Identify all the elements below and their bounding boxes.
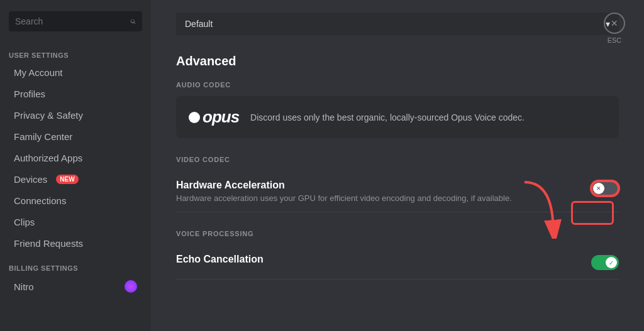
toggle-knob xyxy=(606,257,617,268)
search-bar[interactable] xyxy=(9,11,142,31)
dropdown-value: Default xyxy=(185,19,213,29)
sidebar-item-label: Authorized Apps xyxy=(14,153,82,163)
voice-processing-label: VOICE PROCESSING xyxy=(176,230,619,237)
new-badge: NEW xyxy=(56,175,78,184)
hardware-acceleration-row: Hardware Acceleration Hardware accelerat… xyxy=(176,171,619,212)
search-input[interactable] xyxy=(15,16,125,26)
sidebar-item-label: Nitro xyxy=(14,281,34,292)
page-title: Advanced xyxy=(176,54,619,68)
sidebar-item-label: My Account xyxy=(14,67,63,78)
sidebar-item-profiles[interactable]: Profiles xyxy=(5,84,146,104)
main-content: ✕ ESC Default ▾ Advanced AUDIO CODEC opu… xyxy=(151,0,644,331)
user-settings-label: USER SETTINGS xyxy=(0,41,151,62)
hardware-acceleration-desc: Hardware acceleration uses your GPU for … xyxy=(176,193,512,203)
video-codec-label: VIDEO CODEC xyxy=(176,156,619,163)
sidebar-item-label: Family Center xyxy=(14,131,72,142)
sidebar-item-devices[interactable]: Devices NEW xyxy=(5,169,146,190)
billing-settings-label: BILLING SETTINGS xyxy=(0,254,151,274)
nitro-icon xyxy=(125,280,137,293)
sidebar-item-label: Connections xyxy=(14,195,66,206)
sidebar-item-family-center[interactable]: Family Center xyxy=(5,126,146,147)
esc-label: ESC xyxy=(608,36,622,44)
esc-button[interactable]: ✕ ESC xyxy=(604,13,625,44)
hardware-acceleration-toggle[interactable] xyxy=(591,181,619,196)
sidebar-item-clips[interactable]: Clips xyxy=(5,212,146,232)
sidebar-item-label: Devices xyxy=(14,174,47,185)
esc-symbol: ✕ xyxy=(611,18,618,28)
sidebar-item-nitro[interactable]: Nitro xyxy=(5,275,146,298)
sidebar-item-privacy-safety[interactable]: Privacy & Safety xyxy=(5,105,146,126)
hardware-acceleration-name: Hardware Acceleration xyxy=(176,180,512,191)
hardware-acceleration-info: Hardware Acceleration Hardware accelerat… xyxy=(176,180,512,203)
sidebar-item-label: Clips xyxy=(14,217,35,227)
echo-cancellation-info: Echo Cancellation xyxy=(176,254,264,268)
sidebar-item-label: Privacy & Safety xyxy=(14,110,83,121)
esc-circle: ✕ xyxy=(604,13,625,34)
echo-cancellation-toggle[interactable] xyxy=(591,255,619,270)
sidebar-item-label: Profiles xyxy=(14,89,45,99)
toggle-knob xyxy=(593,183,604,194)
echo-cancellation-row: Echo Cancellation xyxy=(176,245,619,279)
sidebar-item-connections[interactable]: Connections xyxy=(5,190,146,211)
search-icon xyxy=(130,16,136,26)
default-dropdown[interactable]: Default ▾ xyxy=(176,13,619,35)
sidebar-item-my-account[interactable]: My Account xyxy=(5,62,146,83)
sidebar: USER SETTINGS My Account Profiles Privac… xyxy=(0,0,151,331)
sidebar-item-label: Friend Requests xyxy=(14,238,83,249)
echo-cancellation-name: Echo Cancellation xyxy=(176,254,264,265)
codec-description: Discord uses only the best organic, loca… xyxy=(250,112,525,122)
opus-logo: opus xyxy=(189,107,239,127)
audio-codec-box: opus Discord uses only the best organic,… xyxy=(176,96,619,138)
sidebar-item-friend-requests[interactable]: Friend Requests xyxy=(5,233,146,254)
audio-codec-label: AUDIO CODEC xyxy=(176,81,619,89)
sidebar-item-authorized-apps[interactable]: Authorized Apps xyxy=(5,148,146,168)
